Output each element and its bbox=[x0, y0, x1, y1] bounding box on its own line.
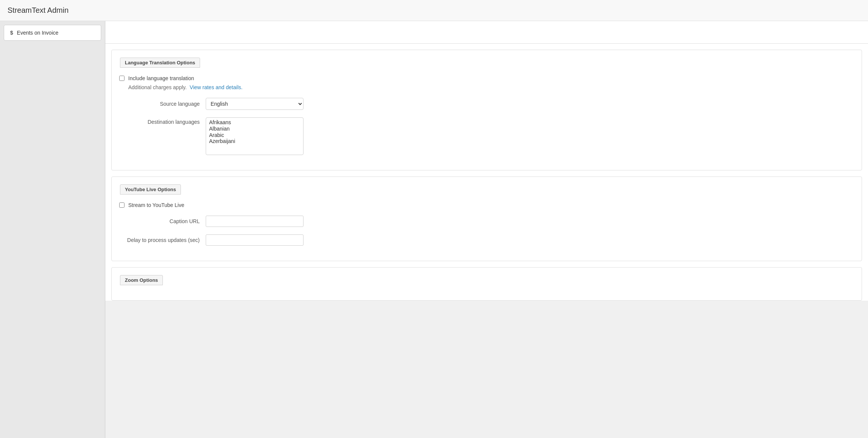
destination-languages-label: Destination languages bbox=[119, 117, 206, 125]
sidebar-item-label: Events on Invoice bbox=[17, 30, 59, 36]
stream-youtube-row: Stream to YouTube Live bbox=[119, 202, 854, 208]
caption-url-input[interactable] bbox=[206, 216, 303, 227]
main-content: Language Translation Options Include lan… bbox=[105, 21, 868, 438]
additional-charges-text: Additional charges apply. bbox=[128, 84, 187, 90]
view-rates-link[interactable]: View rates and details. bbox=[190, 84, 243, 90]
youtube-live-section: YouTube Live Options Stream to YouTube L… bbox=[111, 176, 862, 261]
additional-charges-row: Additional charges apply. View rates and… bbox=[128, 84, 854, 90]
source-language-label: Source language bbox=[119, 101, 206, 107]
stream-youtube-checkbox[interactable] bbox=[119, 202, 124, 208]
destination-languages-select[interactable]: AfrikaansAlbanianArabicAzerbaijani bbox=[206, 117, 303, 155]
include-translation-checkbox[interactable] bbox=[119, 76, 124, 81]
dest-option[interactable]: Afrikaans bbox=[209, 119, 300, 126]
language-translation-title: Language Translation Options bbox=[120, 58, 200, 68]
zoom-title: Zoom Options bbox=[120, 275, 163, 285]
source-language-select[interactable]: English bbox=[206, 98, 303, 110]
source-language-row: Source language English bbox=[119, 98, 854, 110]
delay-row: Delay to process updates (sec) bbox=[119, 234, 854, 246]
app-title-bar: StreamText Admin bbox=[0, 0, 868, 21]
caption-url-row: Caption URL bbox=[119, 216, 854, 227]
sidebar: $ Events on Invoice bbox=[0, 21, 105, 438]
delay-label: Delay to process updates (sec) bbox=[119, 237, 206, 243]
destination-languages-row: Destination languages AfrikaansAlbanianA… bbox=[119, 117, 854, 155]
dest-option[interactable]: Azerbaijani bbox=[209, 138, 300, 144]
app-title: StreamText Admin bbox=[0, 0, 868, 21]
dest-option[interactable]: Albanian bbox=[209, 126, 300, 132]
youtube-live-title: YouTube Live Options bbox=[120, 184, 181, 195]
sidebar-item-events-on-invoice[interactable]: $ Events on Invoice bbox=[4, 25, 101, 41]
top-bar bbox=[105, 21, 868, 44]
caption-url-label: Caption URL bbox=[119, 218, 206, 224]
dollar-icon: $ bbox=[10, 30, 13, 36]
include-translation-label: Include language translation bbox=[128, 75, 194, 81]
zoom-section: Zoom Options bbox=[111, 267, 862, 301]
stream-youtube-label: Stream to YouTube Live bbox=[128, 202, 184, 208]
language-translation-section: Language Translation Options Include lan… bbox=[111, 50, 862, 170]
dest-option[interactable]: Arabic bbox=[209, 132, 300, 138]
delay-input[interactable] bbox=[206, 234, 303, 246]
include-translation-row: Include language translation bbox=[119, 75, 854, 81]
